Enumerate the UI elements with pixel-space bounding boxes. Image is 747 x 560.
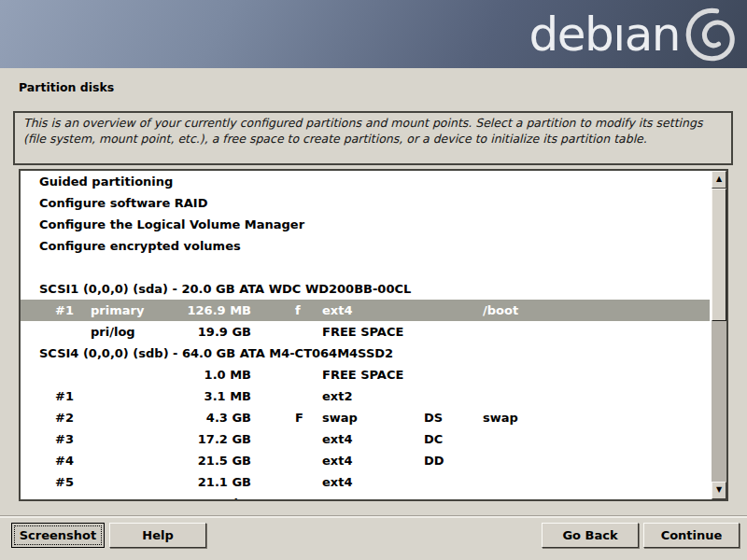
debian-swirl-icon <box>685 7 738 62</box>
disk-header-label: SCSI1 (0,0,0) (sda) - 20.0 GB ATA WDC WD… <box>39 282 411 296</box>
scroll-down-icon[interactable]: ▼ <box>712 482 726 499</box>
partition-type: pri/log <box>91 325 135 339</box>
partition-fs: FREE SPACE <box>322 368 403 382</box>
partition-flag: f <box>295 303 301 317</box>
partition-row-sda1-selected[interactable]: #1 primary 126.9 MB f ext4 /boot <box>21 300 710 321</box>
partition-size: 126.9 MB <box>151 303 251 317</box>
partition-row-sdb2[interactable]: #2 4.3 GB F swap DS swap <box>21 407 710 428</box>
partition-label: DD <box>424 454 444 468</box>
partition-fs: ext4 <box>322 454 352 468</box>
partition-number: #2 <box>39 411 74 425</box>
partition-flag: F <box>295 411 303 425</box>
scroll-up-icon[interactable]: ▲ <box>712 171 726 189</box>
wordmark-part: deb <box>529 8 613 61</box>
disk-header-sdb[interactable]: SCSI4 (0,0,0) (sdb) - 64.0 GB ATA M4-CT0… <box>21 343 710 364</box>
partition-size: 4.3 GB <box>151 411 251 425</box>
list-option-label: Configure encrypted volumes <box>39 239 241 253</box>
go-back-button[interactable]: Go Back <box>542 523 639 548</box>
partition-row-sdb-free1[interactable]: 1.0 MB FREE SPACE <box>21 364 710 385</box>
partition-size: 21.5 GB <box>151 454 251 468</box>
list-option-configure-encrypted[interactable]: Configure encrypted volumes <box>21 235 710 257</box>
vertical-scrollbar[interactable]: ▲ ▼ <box>712 171 726 499</box>
partition-size: 3.1 MB <box>151 389 251 403</box>
partition-fs: ext2 <box>322 389 352 403</box>
list-option-guided-partitioning[interactable]: Guided partitioning <box>21 171 710 192</box>
continue-button[interactable]: Continue <box>643 523 740 548</box>
partition-row-clipped[interactable]: 229.4 kB FREE SPACE <box>21 493 710 501</box>
partition-row-sdb3[interactable]: #3 17.2 GB ext4 DC <box>21 428 710 450</box>
footer-divider <box>0 515 747 518</box>
partition-list-rows: Guided partitioning Configure software R… <box>21 171 710 501</box>
partition-number: #1 <box>39 303 74 317</box>
installer-window: deb ı an Partition disks This is an over… <box>0 0 747 560</box>
partition-type: primary <box>91 303 144 317</box>
list-option-label: Configure software RAID <box>39 196 207 210</box>
partition-fs: FREE SPACE <box>322 325 403 339</box>
partition-fs: ext4 <box>322 432 352 446</box>
partition-number: #1 <box>39 389 74 403</box>
partition-list: Guided partitioning Configure software R… <box>19 169 728 501</box>
scrollbar-thumb[interactable] <box>712 189 726 321</box>
partition-row-sdb4[interactable]: #4 21.5 GB ext4 DD <box>21 450 710 471</box>
partition-size: 17.2 GB <box>151 432 251 446</box>
partition-mount: /boot <box>483 303 518 317</box>
wordmark-i: ı <box>613 8 624 61</box>
partition-fs: swap <box>322 411 358 425</box>
partition-row-sdb5[interactable]: #5 21.1 GB ext4 <box>21 471 710 493</box>
help-button[interactable]: Help <box>109 523 206 548</box>
partition-mount: swap <box>483 411 518 425</box>
partition-size: 19.9 GB <box>151 325 251 339</box>
page-title: Partition disks <box>19 80 114 94</box>
partition-number: #5 <box>39 475 74 489</box>
partition-label: DC <box>424 432 443 446</box>
wordmark-part: an <box>625 8 680 61</box>
partition-number: #3 <box>39 432 74 446</box>
description-box: This is an overview of your currently co… <box>13 111 733 165</box>
disk-header-sda[interactable]: SCSI1 (0,0,0) (sda) - 20.0 GB ATA WDC WD… <box>21 278 710 300</box>
blank-row <box>21 257 710 278</box>
list-option-label: Guided partitioning <box>39 175 173 189</box>
list-option-configure-lvm[interactable]: Configure the Logical Volume Manager <box>21 214 710 235</box>
partition-row-sda-free[interactable]: pri/log 19.9 GB FREE SPACE <box>21 321 710 343</box>
partition-fs: ext4 <box>322 475 352 489</box>
partition-size: 229.4 kB <box>151 497 251 501</box>
screenshot-button[interactable]: Screenshot <box>11 523 105 548</box>
partition-label: DS <box>424 411 443 425</box>
partition-row-sdb1[interactable]: #1 3.1 MB ext2 <box>21 385 710 407</box>
debian-banner: deb ı an <box>0 0 747 68</box>
partition-fs: FREE SPACE <box>322 497 403 501</box>
partition-number: #4 <box>39 454 74 468</box>
partition-fs: ext4 <box>322 303 352 317</box>
debian-wordmark: deb ı an <box>529 8 681 61</box>
list-option-label: Configure the Logical Volume Manager <box>39 217 304 231</box>
partition-size: 21.1 GB <box>151 475 251 489</box>
disk-header-label: SCSI4 (0,0,0) (sdb) - 64.0 GB ATA M4-CT0… <box>39 346 393 360</box>
list-option-configure-raid[interactable]: Configure software RAID <box>21 192 710 214</box>
partition-size: 1.0 MB <box>151 368 251 382</box>
